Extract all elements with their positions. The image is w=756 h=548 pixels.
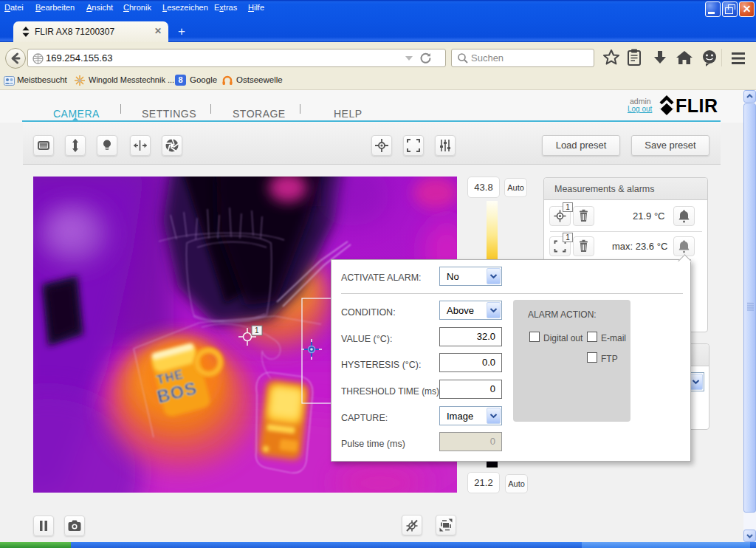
svg-text:FLIR: FLIR xyxy=(676,95,718,116)
svg-text:1: 1 xyxy=(255,326,259,335)
